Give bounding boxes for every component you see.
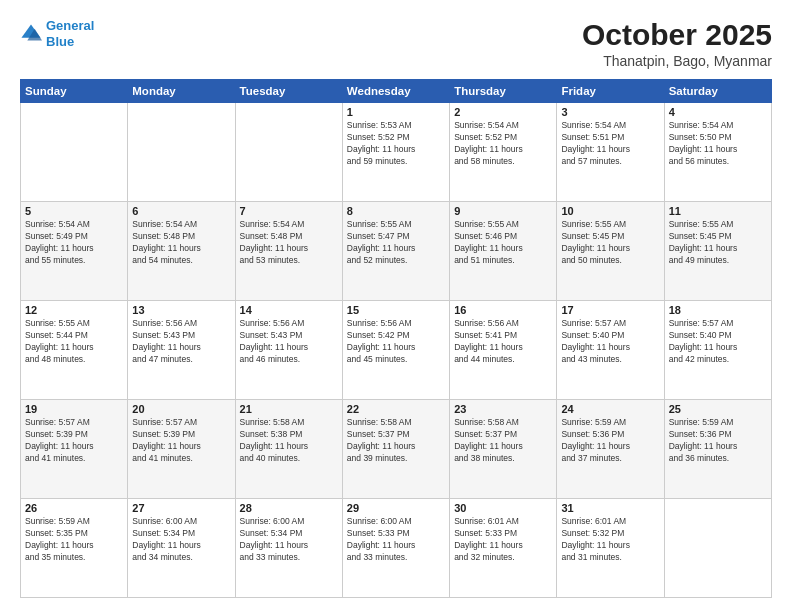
day-number: 30 [454,502,552,514]
calendar-page: General Blue October 2025 Thanatpin, Bag… [0,0,792,612]
calendar-cell: 10Sunrise: 5:55 AM Sunset: 5:45 PM Dayli… [557,202,664,301]
calendar-cell [235,103,342,202]
calendar-cell: 14Sunrise: 5:56 AM Sunset: 5:43 PM Dayli… [235,301,342,400]
calendar-cell: 5Sunrise: 5:54 AM Sunset: 5:49 PM Daylig… [21,202,128,301]
week-row-1: 1Sunrise: 5:53 AM Sunset: 5:52 PM Daylig… [21,103,772,202]
weekday-header-tuesday: Tuesday [235,80,342,103]
calendar-cell: 8Sunrise: 5:55 AM Sunset: 5:47 PM Daylig… [342,202,449,301]
day-number: 17 [561,304,659,316]
day-info: Sunrise: 5:54 AM Sunset: 5:51 PM Dayligh… [561,120,659,168]
day-number: 25 [669,403,767,415]
day-info: Sunrise: 5:58 AM Sunset: 5:37 PM Dayligh… [347,417,445,465]
logo: General Blue [20,18,94,49]
calendar-cell: 28Sunrise: 6:00 AM Sunset: 5:34 PM Dayli… [235,499,342,598]
weekday-header-thursday: Thursday [450,80,557,103]
day-number: 23 [454,403,552,415]
weekday-header-row: SundayMondayTuesdayWednesdayThursdayFrid… [21,80,772,103]
day-number: 24 [561,403,659,415]
location-subtitle: Thanatpin, Bago, Myanmar [582,53,772,69]
day-info: Sunrise: 6:00 AM Sunset: 5:34 PM Dayligh… [132,516,230,564]
calendar-cell: 3Sunrise: 5:54 AM Sunset: 5:51 PM Daylig… [557,103,664,202]
day-number: 16 [454,304,552,316]
day-number: 4 [669,106,767,118]
day-info: Sunrise: 5:58 AM Sunset: 5:38 PM Dayligh… [240,417,338,465]
day-info: Sunrise: 5:57 AM Sunset: 5:39 PM Dayligh… [25,417,123,465]
day-info: Sunrise: 6:00 AM Sunset: 5:33 PM Dayligh… [347,516,445,564]
calendar-cell: 22Sunrise: 5:58 AM Sunset: 5:37 PM Dayli… [342,400,449,499]
weekday-header-friday: Friday [557,80,664,103]
month-title: October 2025 [582,18,772,51]
header: General Blue October 2025 Thanatpin, Bag… [20,18,772,69]
calendar-cell: 15Sunrise: 5:56 AM Sunset: 5:42 PM Dayli… [342,301,449,400]
day-number: 3 [561,106,659,118]
day-number: 31 [561,502,659,514]
day-info: Sunrise: 6:00 AM Sunset: 5:34 PM Dayligh… [240,516,338,564]
day-info: Sunrise: 5:59 AM Sunset: 5:35 PM Dayligh… [25,516,123,564]
week-row-3: 12Sunrise: 5:55 AM Sunset: 5:44 PM Dayli… [21,301,772,400]
calendar-cell: 17Sunrise: 5:57 AM Sunset: 5:40 PM Dayli… [557,301,664,400]
day-info: Sunrise: 5:56 AM Sunset: 5:42 PM Dayligh… [347,318,445,366]
week-row-5: 26Sunrise: 5:59 AM Sunset: 5:35 PM Dayli… [21,499,772,598]
day-number: 14 [240,304,338,316]
day-info: Sunrise: 5:59 AM Sunset: 5:36 PM Dayligh… [669,417,767,465]
day-number: 11 [669,205,767,217]
weekday-header-saturday: Saturday [664,80,771,103]
day-number: 26 [25,502,123,514]
day-info: Sunrise: 5:54 AM Sunset: 5:48 PM Dayligh… [240,219,338,267]
calendar-cell: 11Sunrise: 5:55 AM Sunset: 5:45 PM Dayli… [664,202,771,301]
day-info: Sunrise: 5:54 AM Sunset: 5:48 PM Dayligh… [132,219,230,267]
day-number: 28 [240,502,338,514]
day-info: Sunrise: 5:56 AM Sunset: 5:41 PM Dayligh… [454,318,552,366]
weekday-header-monday: Monday [128,80,235,103]
day-number: 29 [347,502,445,514]
weekday-header-wednesday: Wednesday [342,80,449,103]
day-info: Sunrise: 6:01 AM Sunset: 5:33 PM Dayligh… [454,516,552,564]
day-info: Sunrise: 5:54 AM Sunset: 5:49 PM Dayligh… [25,219,123,267]
day-number: 21 [240,403,338,415]
day-number: 5 [25,205,123,217]
title-block: October 2025 Thanatpin, Bago, Myanmar [582,18,772,69]
calendar-cell: 9Sunrise: 5:55 AM Sunset: 5:46 PM Daylig… [450,202,557,301]
calendar-cell: 13Sunrise: 5:56 AM Sunset: 5:43 PM Dayli… [128,301,235,400]
day-number: 12 [25,304,123,316]
calendar-cell: 21Sunrise: 5:58 AM Sunset: 5:38 PM Dayli… [235,400,342,499]
calendar-cell: 25Sunrise: 5:59 AM Sunset: 5:36 PM Dayli… [664,400,771,499]
calendar-cell: 27Sunrise: 6:00 AM Sunset: 5:34 PM Dayli… [128,499,235,598]
day-number: 18 [669,304,767,316]
calendar-cell: 12Sunrise: 5:55 AM Sunset: 5:44 PM Dayli… [21,301,128,400]
calendar-cell: 24Sunrise: 5:59 AM Sunset: 5:36 PM Dayli… [557,400,664,499]
day-info: Sunrise: 5:54 AM Sunset: 5:50 PM Dayligh… [669,120,767,168]
calendar-cell: 4Sunrise: 5:54 AM Sunset: 5:50 PM Daylig… [664,103,771,202]
calendar-cell: 16Sunrise: 5:56 AM Sunset: 5:41 PM Dayli… [450,301,557,400]
day-number: 9 [454,205,552,217]
week-row-2: 5Sunrise: 5:54 AM Sunset: 5:49 PM Daylig… [21,202,772,301]
logo-text: General Blue [46,18,94,49]
day-number: 22 [347,403,445,415]
day-number: 20 [132,403,230,415]
calendar-cell [21,103,128,202]
calendar-cell: 7Sunrise: 5:54 AM Sunset: 5:48 PM Daylig… [235,202,342,301]
day-info: Sunrise: 5:57 AM Sunset: 5:40 PM Dayligh… [669,318,767,366]
week-row-4: 19Sunrise: 5:57 AM Sunset: 5:39 PM Dayli… [21,400,772,499]
day-info: Sunrise: 5:57 AM Sunset: 5:39 PM Dayligh… [132,417,230,465]
calendar-table: SundayMondayTuesdayWednesdayThursdayFrid… [20,79,772,598]
calendar-cell: 29Sunrise: 6:00 AM Sunset: 5:33 PM Dayli… [342,499,449,598]
calendar-cell [128,103,235,202]
logo-icon [20,23,42,45]
calendar-cell: 18Sunrise: 5:57 AM Sunset: 5:40 PM Dayli… [664,301,771,400]
day-number: 6 [132,205,230,217]
calendar-cell: 20Sunrise: 5:57 AM Sunset: 5:39 PM Dayli… [128,400,235,499]
day-number: 19 [25,403,123,415]
calendar-cell: 6Sunrise: 5:54 AM Sunset: 5:48 PM Daylig… [128,202,235,301]
day-info: Sunrise: 5:54 AM Sunset: 5:52 PM Dayligh… [454,120,552,168]
weekday-header-sunday: Sunday [21,80,128,103]
day-info: Sunrise: 5:58 AM Sunset: 5:37 PM Dayligh… [454,417,552,465]
day-info: Sunrise: 5:55 AM Sunset: 5:45 PM Dayligh… [561,219,659,267]
day-number: 7 [240,205,338,217]
calendar-cell: 23Sunrise: 5:58 AM Sunset: 5:37 PM Dayli… [450,400,557,499]
day-info: Sunrise: 5:56 AM Sunset: 5:43 PM Dayligh… [240,318,338,366]
day-number: 10 [561,205,659,217]
day-number: 27 [132,502,230,514]
calendar-cell: 30Sunrise: 6:01 AM Sunset: 5:33 PM Dayli… [450,499,557,598]
day-info: Sunrise: 5:57 AM Sunset: 5:40 PM Dayligh… [561,318,659,366]
